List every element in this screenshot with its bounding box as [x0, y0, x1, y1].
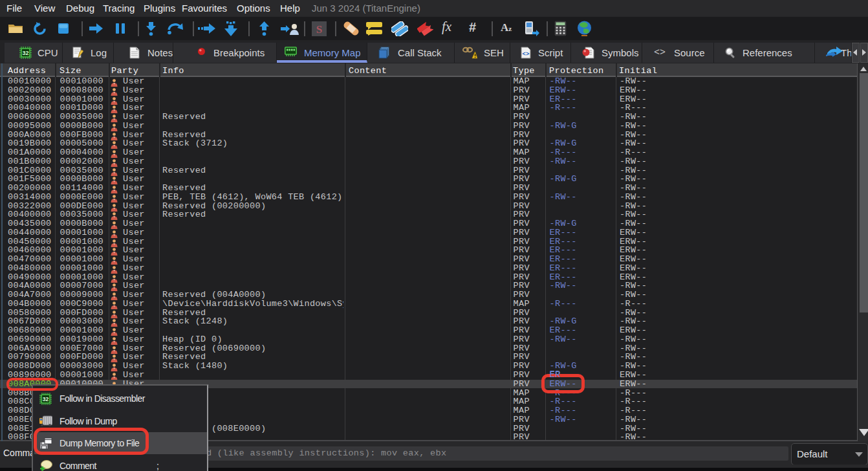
- svg-text:<>: <>: [654, 47, 666, 56]
- svg-text:32: 32: [43, 396, 49, 402]
- svg-text:S: S: [316, 23, 322, 36]
- svg-text:<>: <>: [523, 51, 530, 58]
- svg-text:32: 32: [22, 50, 28, 56]
